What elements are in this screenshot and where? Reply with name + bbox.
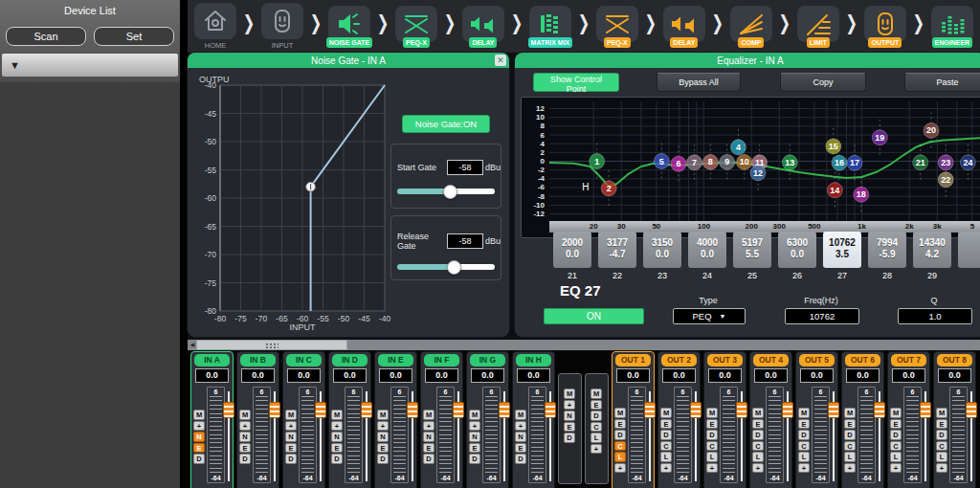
strip-button-m[interactable]: M bbox=[752, 408, 764, 418]
channel-label[interactable]: IN E bbox=[378, 354, 413, 366]
strip-button-+[interactable]: + bbox=[798, 463, 810, 474]
strip-button-n[interactable]: N bbox=[469, 432, 480, 442]
channel-label[interactable]: OUT 1 bbox=[615, 354, 651, 366]
strip-button-c[interactable]: C bbox=[798, 441, 810, 452]
strip-button-+[interactable]: + bbox=[193, 421, 205, 432]
paste-button[interactable]: Paste bbox=[904, 73, 980, 92]
strip-button-l[interactable]: L bbox=[890, 452, 902, 462]
channel-label[interactable]: IN A bbox=[194, 354, 230, 366]
channel-label[interactable]: IN B bbox=[240, 354, 276, 366]
eq-band-cell[interactable]: 7994-5.9 bbox=[868, 232, 906, 268]
fader-knob[interactable] bbox=[223, 402, 234, 418]
strip-button-l[interactable]: L bbox=[798, 452, 810, 462]
strip-button-m[interactable]: M bbox=[660, 408, 672, 418]
strip-button-c[interactable]: C bbox=[844, 441, 856, 452]
release-gate-slider-thumb[interactable] bbox=[447, 260, 461, 275]
strip-button-+[interactable]: + bbox=[890, 463, 902, 474]
channel-label[interactable]: OUT 8 bbox=[937, 354, 972, 366]
start-gate-slider[interactable] bbox=[397, 189, 495, 194]
strip-button-n[interactable]: N bbox=[564, 410, 575, 421]
channel-value[interactable]: 0.0 bbox=[708, 368, 742, 383]
strip-button-m[interactable]: M bbox=[798, 408, 810, 418]
channel-value[interactable]: 0.0 bbox=[938, 368, 971, 383]
channel-label[interactable]: IN H bbox=[516, 354, 551, 366]
strip-button-e[interactable]: E bbox=[564, 422, 575, 433]
toolbar-item-limit[interactable]: LIMIT bbox=[794, 6, 842, 48]
toolbar-item-peq-x[interactable]: PEQ-X bbox=[392, 6, 440, 48]
eq-band-cell[interactable]: 107623.5 bbox=[823, 232, 861, 268]
channel-value[interactable]: 0.0 bbox=[754, 368, 788, 383]
strip-button-c[interactable]: C bbox=[936, 441, 947, 452]
strip-button-l[interactable]: L bbox=[590, 433, 602, 443]
horizontal-scrollbar[interactable]: ◄ bbox=[188, 340, 980, 350]
strip-button-d[interactable]: D bbox=[469, 454, 480, 464]
strip-button-d[interactable]: D bbox=[239, 454, 251, 464]
strip-button-c[interactable]: C bbox=[614, 441, 626, 452]
strip-button-+[interactable]: + bbox=[285, 421, 297, 432]
strip-button-l[interactable]: L bbox=[614, 452, 626, 462]
strip-button-n[interactable]: N bbox=[377, 432, 389, 442]
strip-button-c[interactable]: C bbox=[706, 441, 718, 452]
strip-button-m[interactable]: M bbox=[515, 410, 526, 420]
strip-button-m[interactable]: M bbox=[239, 410, 251, 420]
set-button[interactable]: Set bbox=[94, 27, 174, 46]
show-control-point-button[interactable]: Show Control Point bbox=[533, 73, 619, 92]
strip-button-c[interactable]: C bbox=[660, 441, 672, 452]
strip-button-n[interactable]: N bbox=[285, 432, 297, 442]
channel-label[interactable]: IN D bbox=[332, 354, 368, 366]
strip-button-e[interactable]: E bbox=[423, 443, 434, 454]
eq-band-cell[interactable]: 3177-4.7 bbox=[598, 232, 636, 268]
eq-band-cell[interactable]: 40000.0 bbox=[688, 232, 726, 268]
start-gate-slider-thumb[interactable] bbox=[443, 185, 457, 199]
strip-button-m[interactable]: M bbox=[377, 410, 389, 420]
copy-button[interactable]: Copy bbox=[780, 73, 866, 92]
eq-band-cell[interactable]: 63000.0 bbox=[778, 232, 816, 268]
strip-button-e[interactable]: E bbox=[469, 443, 480, 454]
fader-knob[interactable] bbox=[920, 402, 931, 418]
strip-button-c[interactable]: C bbox=[752, 441, 764, 452]
strip-button-+[interactable]: + bbox=[377, 421, 389, 432]
fader-knob[interactable] bbox=[782, 402, 793, 418]
channel-value[interactable]: 0.0 bbox=[379, 368, 412, 383]
channel-label[interactable]: OUT 5 bbox=[799, 354, 835, 366]
channel-label[interactable]: OUT 7 bbox=[891, 354, 926, 366]
strip-button-m[interactable]: M bbox=[423, 410, 434, 420]
channel-value[interactable]: 0.0 bbox=[846, 368, 880, 383]
fader-knob[interactable] bbox=[361, 402, 372, 418]
strip-button-l[interactable]: L bbox=[844, 452, 856, 462]
toolbar-item-input[interactable]: INPUT bbox=[258, 3, 306, 50]
eq-response-graph[interactable]: 12567894101112131415161718192021222324H bbox=[549, 101, 980, 221]
strip-button-d[interactable]: D bbox=[515, 454, 526, 464]
strip-button-m[interactable]: M bbox=[844, 408, 856, 418]
toolbar-item-noise-gate[interactable]: NOISE GATE bbox=[325, 6, 373, 48]
eq-band-cell[interactable] bbox=[958, 232, 980, 268]
strip-button-m[interactable]: M bbox=[193, 410, 205, 420]
channel-value[interactable]: 0.0 bbox=[425, 368, 458, 383]
strip-button-l[interactable]: L bbox=[660, 452, 672, 462]
noise-gate-power-button[interactable]: Noise Gate:ON bbox=[402, 115, 490, 133]
strip-button-d[interactable]: D bbox=[890, 430, 902, 440]
toolbar-item-matrix-mix[interactable]: MATRIX MIX bbox=[526, 6, 574, 48]
strip-button-n[interactable]: N bbox=[515, 432, 526, 442]
fader-knob[interactable] bbox=[644, 402, 656, 418]
strip-button-n[interactable]: N bbox=[423, 432, 434, 442]
strip-button-m[interactable]: M bbox=[890, 408, 902, 418]
toolbar-item-delay[interactable]: DELAY bbox=[660, 6, 708, 48]
fader-knob[interactable] bbox=[874, 402, 885, 418]
fader-knob[interactable] bbox=[736, 402, 747, 418]
channel-value[interactable]: 0.0 bbox=[662, 368, 696, 383]
strip-button-e[interactable]: E bbox=[844, 419, 856, 430]
strip-button-m[interactable]: M bbox=[706, 408, 718, 418]
channel-label[interactable]: OUT 6 bbox=[845, 354, 880, 366]
strip-button-+[interactable]: + bbox=[752, 463, 764, 474]
noise-gate-graph[interactable]: -40-45-50-55-60-65-70-75-80-80-75-70-65-… bbox=[191, 74, 394, 332]
strip-button-e[interactable]: E bbox=[706, 419, 718, 430]
eq-band-cell[interactable]: 51975.5 bbox=[733, 232, 771, 268]
strip-button-+[interactable]: + bbox=[936, 463, 947, 474]
strip-button-+[interactable]: + bbox=[331, 421, 343, 432]
toolbar-item-home[interactable]: HOME bbox=[191, 3, 239, 50]
strip-button-e[interactable]: E bbox=[515, 443, 526, 454]
strip-button-e[interactable]: E bbox=[285, 443, 297, 454]
strip-button-+[interactable]: + bbox=[706, 463, 718, 474]
channel-label[interactable]: OUT 3 bbox=[707, 354, 743, 366]
